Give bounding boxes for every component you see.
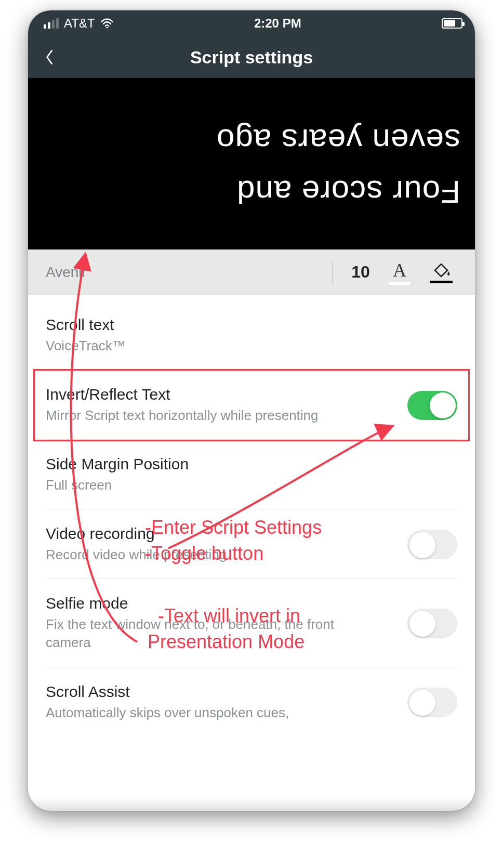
font-size-value[interactable]: 10	[345, 262, 376, 282]
assist-toggle[interactable]	[407, 688, 457, 717]
row-video-recording[interactable]: Video recording Record video while prese…	[46, 509, 457, 579]
row-title: Side Margin Position	[46, 455, 457, 473]
clock-label: 2:20 PM	[254, 16, 301, 31]
row-subtitle: Full screen	[46, 476, 337, 494]
device-frame: AT&T 2:20 PM Script settings Four score …	[28, 10, 475, 811]
row-subtitle: Fix the text window next to, or beneath,…	[46, 615, 337, 652]
invert-toggle[interactable]	[407, 391, 457, 420]
row-subtitle: Mirror Script text horizontally while pr…	[46, 406, 337, 425]
battery-icon	[442, 18, 462, 29]
row-title: Invert/Reflect Text	[46, 386, 397, 403]
row-subtitle: Automatically skips over unspoken cues,	[46, 704, 378, 722]
back-button[interactable]	[38, 46, 61, 69]
cellular-signal-icon	[44, 18, 59, 29]
selfie-toggle[interactable]	[407, 609, 457, 638]
letter-a-icon: A	[393, 259, 406, 281]
background-color-button[interactable]	[423, 257, 459, 288]
row-title: Scroll text	[46, 316, 457, 334]
row-selfie-mode[interactable]: Selfie mode Fix the text window next to,…	[46, 579, 457, 667]
page-title: Script settings	[28, 47, 475, 68]
nav-header: Script settings	[28, 36, 475, 78]
divider	[332, 260, 333, 284]
svg-point-0	[106, 27, 108, 28]
text-color-button[interactable]: A	[381, 257, 418, 288]
settings-list: Scroll text VoiceTrack™ Invert/Reflect T…	[28, 295, 475, 737]
row-subtitle: Record video while presenting	[46, 546, 337, 564]
video-toggle[interactable]	[407, 530, 457, 559]
script-preview: Four score and seven years ago	[28, 78, 475, 249]
row-scroll-assist[interactable]: Scroll Assist Automatically skips over u…	[46, 667, 457, 737]
font-name-select[interactable]: Avenir	[46, 264, 326, 281]
row-subtitle: VoiceTrack™	[46, 337, 337, 355]
row-title: Video recording	[46, 525, 397, 543]
chevron-left-icon	[45, 49, 55, 65]
paint-bucket-icon	[430, 261, 453, 280]
script-preview-text: Four score and seven years ago	[43, 115, 460, 218]
font-toolbar: Avenir 10 A	[28, 249, 475, 295]
wifi-icon	[100, 18, 114, 29]
row-side-margin[interactable]: Side Margin Position Full screen	[46, 440, 457, 509]
carrier-label: AT&T	[64, 16, 95, 31]
row-invert-reflect[interactable]: Invert/Reflect Text Mirror Script text h…	[46, 370, 457, 440]
row-title: Selfie mode	[46, 595, 397, 612]
row-title: Scroll Assist	[46, 683, 397, 701]
status-bar: AT&T 2:20 PM	[28, 10, 475, 36]
row-scroll-text[interactable]: Scroll text VoiceTrack™	[46, 295, 457, 370]
